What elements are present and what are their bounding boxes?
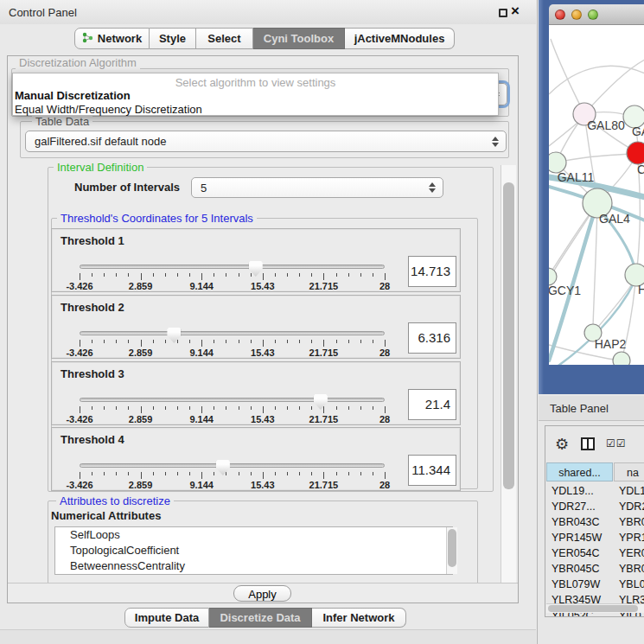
slider-tick	[385, 340, 386, 347]
threshold-value-field[interactable]: 6.316	[408, 322, 456, 354]
network-node-c[interactable]	[627, 142, 644, 164]
tab-style[interactable]: Style	[150, 28, 196, 49]
table-cell-shared-name: YDR27...	[552, 499, 596, 514]
slider-tick	[116, 406, 117, 410]
table-cell-shared-name: YDL19...	[552, 483, 594, 499]
dropdown-item-manual-discretization[interactable]: Manual Discretization	[15, 89, 131, 102]
network-node-gcy1[interactable]	[549, 268, 557, 285]
slider-thumb[interactable]	[167, 328, 181, 343]
tab-discretize-data[interactable]: Discretize Data	[209, 608, 312, 628]
threshold-value-field[interactable]: 14.713	[408, 256, 456, 287]
tab-cyni-toolbox[interactable]: Cyni Toolbox	[253, 28, 345, 49]
slider-tick	[299, 406, 300, 410]
algorithm-group-title: Discretization Algorithm	[16, 56, 140, 69]
table-row[interactable]: YPR145WYPR1	[545, 530, 644, 545]
right-side: GAL80GACGAL11GAL4GCY1HHAP2 Table Panel ⚙…	[537, 0, 644, 644]
network-node-label: HAP2	[595, 337, 627, 351]
slider-tick	[385, 472, 386, 479]
network-node-label: GA	[632, 124, 644, 138]
slider-tick	[251, 340, 252, 343]
slider-tick	[189, 273, 190, 277]
zoom-traffic-light-icon[interactable]	[588, 10, 598, 20]
num-intervals-combo[interactable]: 5	[191, 177, 443, 198]
column-header-name[interactable]: na	[614, 462, 644, 481]
slider-scale-label: 28	[379, 414, 390, 424]
gear-icon[interactable]: ⚙	[555, 435, 569, 454]
tab-label: Impute Data	[135, 611, 199, 624]
tab-impute-data[interactable]: Impute Data	[124, 608, 209, 628]
slider-tick	[201, 472, 202, 479]
slider-tick	[80, 273, 80, 280]
slider-tick	[336, 406, 337, 410]
slider-tick	[80, 340, 80, 347]
attribute-item[interactable]: TopologicalCoefficient	[55, 543, 452, 558]
table-row[interactable]: YBL079WYBL0	[545, 577, 644, 592]
cyni-bottom-tab-bar: Impute DataDiscretize DataInfer Network	[124, 608, 406, 628]
apply-button[interactable]: Apply	[233, 585, 291, 602]
threshold-value-field[interactable]: 11.344	[408, 455, 456, 486]
slider-track[interactable]	[80, 331, 385, 335]
network-window-titlebar[interactable]	[549, 4, 644, 25]
table-cell-shared-name: YER054C	[552, 545, 600, 561]
table-row[interactable]: YBR045CYBR0	[545, 561, 644, 577]
numerical-attributes-list[interactable]: SelfLoopsTopologicalCoefficientBetweenne…	[54, 526, 453, 575]
slider-track[interactable]	[80, 265, 385, 269]
slider-track[interactable]	[80, 398, 385, 402]
control-panel: Control Panel × NetworkStyleSelectCyni T…	[0, 0, 536, 644]
table-row[interactable]: YDL19...YDL1	[545, 483, 644, 499]
slider-tick	[165, 472, 166, 475]
slider-scale-label: 15.43	[251, 480, 275, 490]
slider-tick	[251, 273, 252, 277]
slider-tick	[251, 472, 252, 475]
minimize-traffic-light-icon[interactable]	[571, 10, 582, 20]
attribute-item[interactable]: BetweennessCentrality	[55, 558, 452, 574]
columns-icon[interactable]	[581, 437, 595, 450]
table-horizontal-scrollbar[interactable]	[546, 603, 644, 613]
slider-tick	[116, 340, 117, 343]
table-cell-name: YBL0	[619, 577, 644, 592]
interval-group-title: Interval Definition	[54, 161, 147, 174]
tab-network[interactable]: Network	[74, 28, 150, 49]
slider-tick	[189, 472, 190, 475]
dropdown-item-equal-width-frequency[interactable]: Equal Width/Frequency Discretization	[15, 103, 202, 116]
table-row[interactable]: YBR043CYBR0	[545, 514, 644, 530]
tab-jactivemnodules[interactable]: jActiveMNodules	[345, 28, 455, 49]
slider-thumb[interactable]	[314, 394, 328, 410]
panel-scrollbar[interactable]	[501, 165, 516, 599]
threshold-value-field[interactable]: 21.4	[408, 389, 456, 420]
table-data-combo[interactable]: galFiltered.sif default node	[25, 131, 507, 152]
attributes-list-scrollbar[interactable]	[446, 527, 457, 574]
tab-infer-network[interactable]: Infer Network	[312, 608, 406, 628]
network-node[interactable]	[613, 352, 630, 365]
network-canvas[interactable]: GAL80GACGAL11GAL4GCY1HHAP2	[549, 25, 644, 365]
slider-tick	[311, 472, 312, 475]
slider-tick	[373, 340, 373, 343]
slider-tick	[311, 340, 312, 343]
close-icon[interactable]: ×	[511, 3, 520, 20]
slider-track[interactable]	[80, 463, 385, 468]
slider-tick	[80, 472, 80, 479]
table-row[interactable]: YER054CYER0	[545, 545, 644, 561]
network-window[interactable]: GAL80GACGAL11GAL4GCY1HHAP2	[539, 0, 644, 394]
close-traffic-light-icon[interactable]	[555, 10, 565, 20]
table-row[interactable]: YDR27...YDR2	[545, 499, 644, 514]
slider-tick	[92, 406, 92, 410]
select-columns-checkboxes-icon[interactable]: ☑☑	[606, 437, 627, 450]
float-window-icon[interactable]	[499, 9, 507, 17]
column-header-shared-name[interactable]: shared...	[546, 462, 613, 481]
table-cell-name: YDR2	[619, 499, 644, 514]
tab-select[interactable]: Select	[196, 28, 253, 49]
slider-tick	[385, 273, 386, 280]
slider-scale-label: 28	[379, 480, 390, 490]
slider-scale-label: -3.426	[66, 480, 92, 490]
attribute-item[interactable]: SelfLoops	[55, 527, 452, 543]
slider-tick	[323, 406, 324, 413]
slider-tick	[287, 406, 288, 410]
slider-scale-label: 9.144	[189, 480, 214, 490]
network-node-label: C	[637, 163, 644, 176]
bottom-strip	[0, 629, 536, 644]
table-cell-name: YBR0	[619, 514, 644, 530]
slider-tick	[287, 273, 288, 277]
slider-thumb[interactable]	[216, 460, 230, 475]
slider-scale-label: 21.715	[309, 281, 339, 291]
